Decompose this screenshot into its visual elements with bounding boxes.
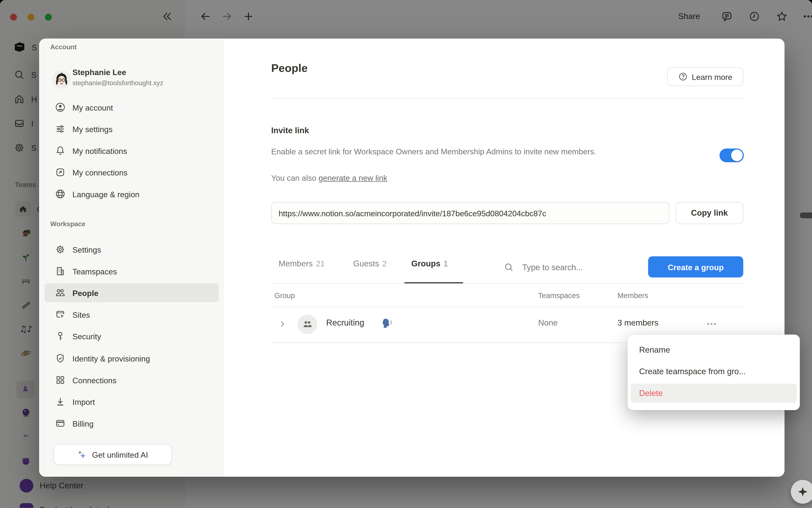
sidebar-item-billing[interactable]: Billing xyxy=(44,414,219,433)
account-section-label: Account xyxy=(50,43,77,51)
create-group-label: Create a group xyxy=(668,262,724,271)
settings-sidebar: Account Stephanie Lee stephanie@toolsfor… xyxy=(39,39,224,477)
expand-chevron-icon[interactable] xyxy=(278,320,287,328)
settings-modal: Account Stephanie Lee stephanie@toolsfor… xyxy=(39,39,784,477)
menu-item-delete[interactable]: Delete xyxy=(631,384,797,403)
group-name: Recruiting xyxy=(326,318,364,328)
row-teamspaces: None xyxy=(538,318,558,328)
sidebar-item-connections[interactable]: Connections xyxy=(44,371,219,390)
tab-label: Groups xyxy=(411,259,441,268)
sidebar-item-import[interactable]: Import xyxy=(44,392,219,411)
sidebar-item-label: My connections xyxy=(73,168,128,177)
tab-count: 1 xyxy=(444,259,448,268)
tab-guests[interactable]: Guests2 xyxy=(353,259,387,275)
learn-more-button[interactable]: Learn more xyxy=(667,67,743,86)
speaking-head-emoji-icon xyxy=(380,317,393,330)
external-link-icon xyxy=(55,167,66,178)
create-group-button[interactable]: Create a group xyxy=(648,256,743,278)
building-icon xyxy=(55,266,66,277)
sidebar-item-my-account[interactable]: My account xyxy=(44,98,219,117)
sidebar-item-label: Language & region xyxy=(73,189,139,199)
page-title: People xyxy=(271,62,308,75)
sidebar-item-label: Identity & provisioning xyxy=(73,354,150,363)
sidebar-item-my-settings[interactable]: My settings xyxy=(44,120,219,138)
row-more-icon[interactable] xyxy=(706,320,717,328)
ai-sparkle-icon xyxy=(77,450,87,460)
tab-label: Guests xyxy=(353,259,379,268)
search-input[interactable] xyxy=(521,260,635,276)
user-avatar xyxy=(52,71,71,89)
tab-members[interactable]: Members21 xyxy=(279,259,325,275)
search-icon xyxy=(504,262,514,272)
ai-button-label: Get unlimited AI xyxy=(92,450,148,459)
globe-icon xyxy=(55,189,66,199)
sidebar-item-label: Teamspaces xyxy=(73,266,117,276)
header-divider xyxy=(271,306,745,307)
column-header-members: Members xyxy=(617,291,648,300)
copy-link-label: Copy link xyxy=(691,208,728,218)
sidebar-item-identity-provisioning[interactable]: Identity & provisioning xyxy=(44,349,219,368)
sidebar-item-label: Settings xyxy=(73,245,101,254)
group-avatar xyxy=(298,314,317,334)
sidebar-item-my-connections[interactable]: My connections xyxy=(44,163,219,182)
grid-icon xyxy=(55,375,66,385)
user-name: Stephanie Lee xyxy=(73,68,126,77)
invite-link-toggle[interactable] xyxy=(720,149,744,162)
copy-link-button[interactable]: Copy link xyxy=(676,202,743,224)
credit-card-icon xyxy=(55,418,66,429)
group-context-menu: Rename Create teamspace from gro... Dele… xyxy=(627,335,800,410)
invite-link-heading: Invite link xyxy=(271,126,309,135)
column-header-teamspaces: Teamspaces xyxy=(538,291,580,300)
user-email: stephanie@toolsforthought.xyz xyxy=(73,79,163,87)
sidebar-item-label: My account xyxy=(73,103,113,112)
menu-item-label: Create teamspace from gro... xyxy=(639,367,746,376)
shield-check-icon xyxy=(55,353,66,364)
sliders-icon xyxy=(55,124,66,134)
generate-new-link[interactable]: generate a new link xyxy=(319,173,387,182)
sparkle-icon xyxy=(797,486,808,498)
sidebar-item-security[interactable]: Security xyxy=(44,327,219,346)
sidebar-item-sites[interactable]: Sites xyxy=(44,305,219,324)
people-icon xyxy=(55,288,66,298)
sidebar-item-label: Import xyxy=(73,397,95,406)
group-people-icon xyxy=(302,319,313,329)
window-edge-handle[interactable] xyxy=(800,212,812,218)
row-members[interactable]: 3 members xyxy=(617,318,658,328)
tab-groups[interactable]: Groups1 xyxy=(411,259,448,275)
section-divider xyxy=(271,98,745,99)
invite-url: https://www.notion.so/acmeincorporated/i… xyxy=(279,208,546,217)
menu-item-rename[interactable]: Rename xyxy=(631,341,797,358)
tab-label: Members xyxy=(279,259,313,268)
learn-more-label: Learn more xyxy=(692,72,732,81)
menu-item-create-teamspace-from-group[interactable]: Create teamspace from gro... xyxy=(631,363,797,380)
tabs-divider xyxy=(271,283,745,284)
person-circle-icon xyxy=(55,102,66,113)
tab-count: 2 xyxy=(382,259,387,268)
sidebar-item-people[interactable]: People xyxy=(44,283,219,302)
sidebar-item-teamspaces[interactable]: Teamspaces xyxy=(44,262,219,281)
sidebar-item-settings[interactable]: Settings xyxy=(44,240,219,259)
key-icon xyxy=(55,331,66,341)
sidebar-item-label: People xyxy=(73,288,98,297)
notion-window: Share S S H I S Teams xyxy=(0,0,812,508)
tab-count: 21 xyxy=(316,259,325,268)
sidebar-item-my-notifications[interactable]: My notifications xyxy=(44,141,219,160)
import-arrow-icon xyxy=(55,396,66,407)
sidebar-item-label: Billing xyxy=(73,419,94,428)
column-header-group: Group xyxy=(275,291,295,300)
invite-link-description: Enable a secret link for Workspace Owner… xyxy=(271,146,641,158)
gear-icon xyxy=(55,244,66,255)
sidebar-item-label: Connections xyxy=(73,375,117,385)
invite-link-url-field[interactable]: https://www.notion.so/acmeincorporated/i… xyxy=(271,202,669,224)
menu-item-label: Rename xyxy=(639,345,670,355)
toggle-knob xyxy=(731,150,743,161)
workspace-section-label: Workspace xyxy=(50,220,85,228)
get-unlimited-ai-button[interactable]: Get unlimited AI xyxy=(53,444,172,465)
sidebar-item-label: My settings xyxy=(73,125,113,134)
bell-icon xyxy=(55,145,66,156)
also-prefix: You can also xyxy=(271,173,319,182)
sidebar-item-label: Sites xyxy=(73,310,90,319)
invite-link-also-line: You can also generate a new link xyxy=(271,173,388,182)
sidebar-item-label: My notifications xyxy=(73,146,127,155)
sidebar-item-language-region[interactable]: Language & region xyxy=(44,184,219,204)
